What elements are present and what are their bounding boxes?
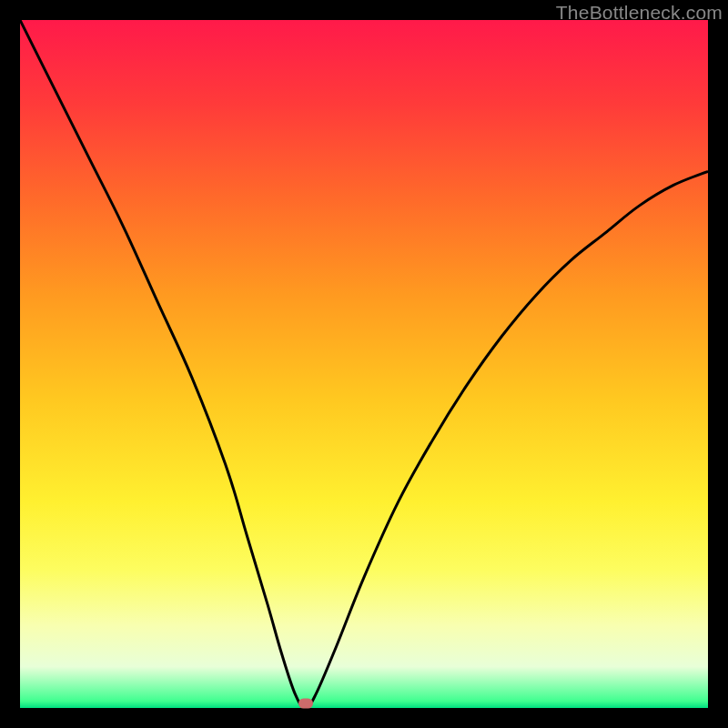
minimum-marker xyxy=(298,698,313,708)
bottleneck-curve xyxy=(20,20,708,708)
